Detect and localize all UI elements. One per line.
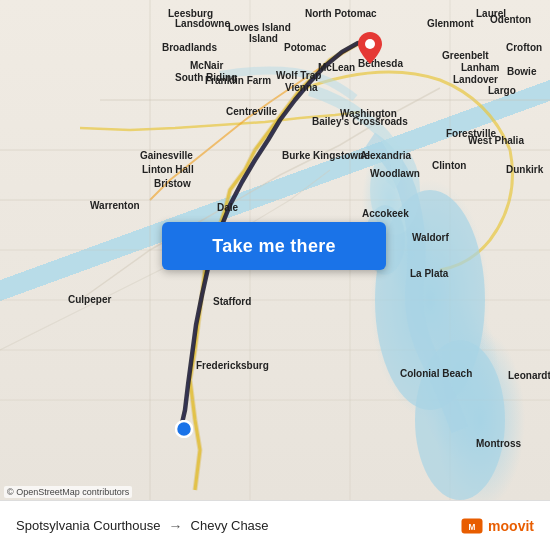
take-me-there-button[interactable]: Take me there [162, 222, 386, 270]
map-label: Waldorf [412, 232, 449, 243]
map-label: Greenbelt [442, 50, 489, 61]
take-me-there-label: Take me there [212, 236, 336, 257]
map-label: McLean [318, 62, 355, 73]
map-label: Culpeper [68, 294, 111, 305]
map-container: LeesburgLansdowneBroadlandsIslandLowes I… [0, 0, 550, 500]
map-label: Broadlands [162, 42, 217, 53]
svg-text:M: M [469, 522, 476, 531]
map-label: Colonial Beach [400, 368, 472, 379]
map-label: Gainesville [140, 150, 193, 161]
map-label: North Potomac [305, 8, 377, 19]
map-label: Leonardto [508, 370, 550, 381]
map-label: Potomac [284, 42, 326, 53]
map-label: Stafford [213, 296, 251, 307]
map-label: Laurel [476, 8, 506, 19]
moovit-text: moovit [488, 518, 534, 534]
map-label: Centreville [226, 106, 277, 117]
moovit-logo: M moovit [460, 514, 534, 538]
map-label: Vienna [285, 82, 318, 93]
map-label: Bristow [154, 178, 191, 189]
map-label: Wolf Trap [276, 70, 321, 81]
map-label: Lansdowne [175, 18, 230, 29]
map-label: La Plata [410, 268, 448, 279]
map-label: Fredericksburg [196, 360, 269, 371]
map-label: Lowes Island [228, 22, 291, 33]
map-label: Dale [217, 202, 238, 213]
map-label: Island [249, 33, 278, 44]
map-label: Bailey's Crossroads [312, 116, 408, 127]
origin-label: Spotsylvania Courthouse [16, 518, 161, 533]
osm-attribution: © OpenStreetMap contributors [4, 486, 132, 498]
map-label: Crofton [506, 42, 542, 53]
destination-label: Chevy Chase [191, 518, 269, 533]
map-label: Accokeek [362, 208, 409, 219]
svg-point-16 [176, 421, 192, 437]
map-label: McNair [190, 60, 223, 71]
map-label: Glenmont [427, 18, 474, 29]
route-info: Spotsylvania Courthouse → Chevy Chase [16, 518, 460, 534]
map-label: Landover [453, 74, 498, 85]
map-label: Montross [476, 438, 521, 449]
map-label: Dunkirk [506, 164, 543, 175]
map-label: Lanham [461, 62, 499, 73]
map-label: Bowie [507, 66, 536, 77]
map-label: Linton Hall [142, 164, 194, 175]
map-label: Warrenton [90, 200, 140, 211]
arrow-icon: → [169, 518, 183, 534]
map-label: Franklin Farm [205, 75, 271, 86]
map-label: Largo [488, 85, 516, 96]
map-label: Clinton [432, 160, 466, 171]
map-label: Burke Kingstowne [282, 150, 370, 161]
map-label: West Phalia [468, 135, 524, 146]
svg-point-15 [365, 39, 375, 49]
map-label: Woodlawn [370, 168, 420, 179]
destination-pin [358, 32, 382, 68]
origin-dot [175, 420, 193, 442]
bottom-bar: Spotsylvania Courthouse → Chevy Chase M … [0, 500, 550, 550]
moovit-icon: M [460, 514, 484, 538]
